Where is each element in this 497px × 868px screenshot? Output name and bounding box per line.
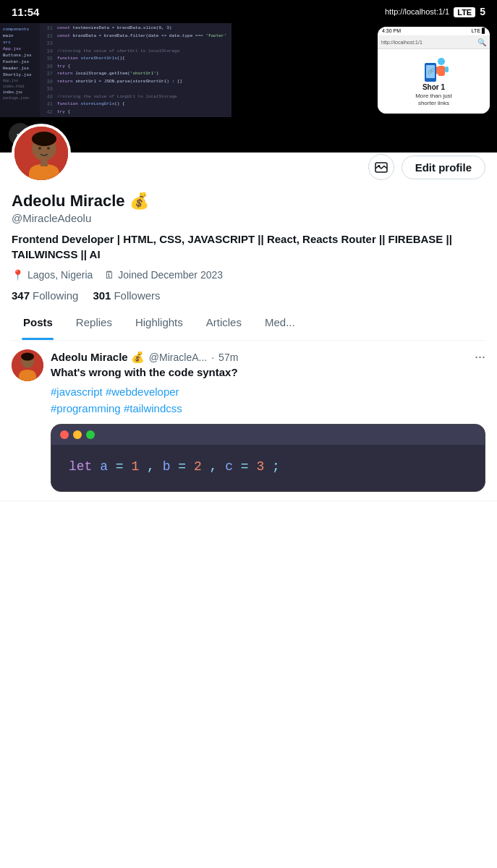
tab-highlights-label: Highlights — [135, 316, 183, 328]
dot-red — [60, 430, 69, 439]
profile-header: Edit profile — [12, 153, 485, 183]
banner-phone-mockup: 4:30 PM LTE ▊ http://localhost:1/1 🔍 🔗 — [378, 27, 490, 114]
file-headerjsx: Header.jsx — [1, 65, 38, 72]
phone-content: 🔗 Shor 1 More than justshorter links — [378, 49, 490, 114]
phone-signal: LTE ▊ — [472, 28, 485, 34]
post-author-name: Adeolu Miracle 💰 — [51, 351, 145, 364]
url-bar: http://localhost:1/1 — [385, 7, 449, 16]
folder-components: components — [1, 26, 38, 33]
post-avatar-svg — [12, 349, 43, 381]
svg-point-9 — [32, 132, 56, 146]
code-line-42: 42 try { — [43, 109, 229, 116]
post-tags: #javascript #webdeveloper #programming #… — [51, 384, 485, 417]
joined-text: Joined December 2023 — [118, 269, 223, 281]
follow-stats: 347 Following 301 Followers — [12, 289, 485, 302]
code-num-3: 3 — [256, 459, 264, 474]
svg-point-10 — [38, 147, 41, 150]
file-appjsx2: App.jsx — [1, 78, 38, 84]
code-block-preview: let a = 1 , b = 2 , c = 3 ; — [51, 424, 485, 492]
post-more-button[interactable]: ··· — [475, 349, 485, 365]
file-appjsx: App.jsx — [1, 46, 38, 52]
media-icon-button[interactable] — [368, 154, 394, 180]
file-indexhtml: index.html — [1, 84, 38, 90]
tab-replies-label: Replies — [76, 316, 112, 328]
code-var-a: a — [100, 459, 108, 474]
post-time-ago: 57m — [218, 352, 238, 363]
followers-label: Followers — [114, 289, 160, 302]
file-footerjsx: Footer.jsx — [1, 59, 38, 65]
feed: Adeolu Miracle 💰 @MiracleA... · 57m ··· … — [0, 341, 497, 501]
status-time: 11:54 — [12, 6, 39, 18]
profile-banner: components main src App.jsx Buttons.jsx … — [0, 23, 497, 117]
tag-webdeveloper[interactable]: #webdeveloper — [106, 386, 179, 398]
tag-javascript[interactable]: #javascript — [51, 386, 103, 398]
tab-media-label: Med... — [265, 316, 295, 328]
profile-handle: @MiracleAdeolu — [12, 212, 485, 224]
tab-articles-label: Articles — [206, 316, 242, 328]
code-punct-eq1: = — [116, 459, 132, 474]
code-punct-eq3: = — [241, 459, 257, 474]
status-right: http://localhost:1/1 LTE 5 — [385, 6, 485, 17]
tag-programming[interactable]: #programming — [51, 402, 121, 414]
file-buttonsjsx: Buttons.jsx — [1, 52, 38, 59]
code-line-31: 31const testmoniesData = brandData.slice… — [43, 25, 229, 33]
post-content: Adeolu Miracle 💰 @MiracleA... · 57m ··· … — [51, 349, 485, 492]
code-line-32: 32const brandData = brandData.filter(dat… — [43, 33, 229, 41]
post-time: · — [211, 352, 214, 363]
post-item: Adeolu Miracle 💰 @MiracleA... · 57m ··· … — [0, 341, 497, 501]
followers-stat[interactable]: 301 Followers — [93, 289, 160, 302]
code-line-41: 41function storeLongUrls() { — [43, 101, 229, 109]
tab-posts[interactable]: Posts — [12, 305, 64, 340]
phone-title: Shor 1 — [422, 83, 445, 91]
code-line-37: 37 return localStorage.getItem('shortUrl… — [43, 70, 229, 78]
following-stat[interactable]: 347 Following — [12, 289, 78, 302]
code-punct-comma2: , — [210, 459, 226, 474]
file-indexjsx: index.jsx — [1, 90, 38, 95]
svg-point-17 — [21, 353, 34, 361]
following-count: 347 — [12, 289, 30, 302]
profile-section: Edit profile Adeolu Miracle 💰 @MiracleAd… — [0, 153, 497, 341]
location-meta: 📍 Lagos, Nigeria — [12, 269, 93, 281]
svg-rect-3 — [445, 67, 449, 72]
code-line-33: 33 — [43, 40, 229, 48]
file-packagejson: package.json — [1, 95, 38, 101]
code-block-body: let a = 1 , b = 2 , c = 3 ; — [51, 445, 485, 491]
profile-bio: Frontend Developer | HTML, CSS, JAVASCRI… — [12, 231, 485, 262]
followers-count: 301 — [93, 289, 111, 302]
dot-yellow — [73, 430, 82, 439]
calendar-icon: 🗓 — [104, 269, 114, 281]
code-line-38: 38 return shortUrl = JSON.parse(storeSho… — [43, 78, 229, 86]
tab-replies[interactable]: Replies — [64, 305, 124, 340]
joined-meta: 🗓 Joined December 2023 — [104, 269, 223, 281]
code-punct-semi: ; — [272, 459, 280, 474]
folder-src: src — [1, 39, 38, 46]
tab-highlights[interactable]: Highlights — [124, 305, 195, 340]
code-punct-comma1: , — [147, 459, 163, 474]
code-var-b: b — [163, 459, 171, 474]
code-keyword-let: let — [69, 459, 92, 474]
tab-media[interactable]: Med... — [253, 305, 307, 340]
code-line-39: 39 — [43, 85, 229, 93]
avatar — [12, 124, 71, 183]
code-line-36: 36 try { — [43, 63, 229, 71]
svg-rect-1 — [438, 66, 445, 76]
nav-bar: ← — [0, 117, 497, 153]
signal-strength: 5 — [480, 6, 485, 17]
code-line-cm1: 34//storing the value of shortUrl to loc… — [43, 48, 229, 56]
tag-tailwindcss[interactable]: #tailwindcss — [124, 402, 182, 414]
phone-status-bar: 4:30 PM LTE ▊ — [378, 27, 490, 36]
tab-articles[interactable]: Articles — [195, 305, 253, 340]
banner-code-editor: components main src App.jsx Buttons.jsx … — [0, 23, 231, 117]
code-line-43: 43 return localStorage.getItem('longUrlA… — [43, 116, 229, 117]
profile-meta: 📍 Lagos, Nigeria 🗓 Joined December 2023 — [12, 269, 485, 281]
code-num-1: 1 — [131, 459, 139, 474]
edit-profile-button[interactable]: Edit profile — [402, 156, 485, 179]
svg-point-0 — [438, 58, 445, 65]
code-block-titlebar — [51, 425, 485, 445]
phone-time: 4:30 PM — [382, 28, 401, 34]
profile-actions: Edit profile — [368, 154, 485, 183]
svg-text:🔗: 🔗 — [428, 67, 435, 75]
post-text: What's wrong with the code syntax? — [51, 366, 485, 378]
code-line-35: 35function storeShortUrls(){ — [43, 55, 229, 63]
phone-subtitle: More than justshorter links — [415, 93, 452, 108]
